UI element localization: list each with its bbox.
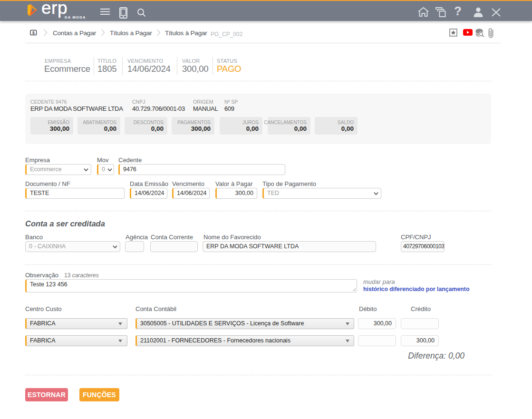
svg-text:$: $: [32, 30, 35, 35]
